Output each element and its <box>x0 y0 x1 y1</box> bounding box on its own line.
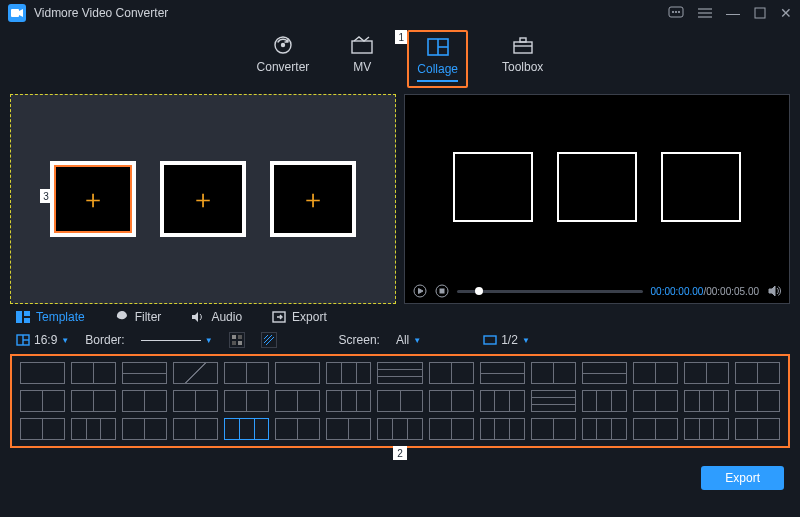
template-item[interactable] <box>531 418 576 440</box>
template-item[interactable] <box>122 362 167 384</box>
template-item[interactable] <box>633 390 678 412</box>
template-item[interactable] <box>173 418 218 440</box>
svg-rect-28 <box>232 335 236 339</box>
template-item[interactable] <box>684 362 729 384</box>
svg-line-33 <box>266 337 274 345</box>
page-select[interactable]: 1/2 ▼ <box>483 333 530 347</box>
tab-filter[interactable]: Filter <box>115 310 162 324</box>
collage-icon <box>427 36 449 58</box>
feedback-icon[interactable] <box>668 6 684 20</box>
template-item[interactable] <box>71 418 116 440</box>
template-item[interactable] <box>20 390 65 412</box>
template-item[interactable] <box>173 390 218 412</box>
border-pattern-button[interactable] <box>261 332 277 348</box>
tab-label: Audio <box>211 310 242 324</box>
page-value: 1/2 <box>501 333 518 347</box>
template-item[interactable] <box>122 390 167 412</box>
template-item[interactable] <box>735 390 780 412</box>
template-item[interactable] <box>582 418 627 440</box>
template-item[interactable] <box>326 390 371 412</box>
template-item[interactable] <box>326 362 371 384</box>
template-item[interactable] <box>275 390 320 412</box>
template-item[interactable] <box>480 418 525 440</box>
player-bar: 00:00:00.00/00:00:05.00 <box>405 279 789 303</box>
add-icon: ＋ <box>190 182 216 217</box>
mode-tab-mv[interactable]: MV <box>343 30 381 88</box>
template-item[interactable] <box>275 362 320 384</box>
window-controls: ― ✕ <box>668 5 792 21</box>
preview-slot <box>661 152 741 222</box>
screen-value: All <box>396 333 409 347</box>
svg-rect-11 <box>352 41 372 53</box>
template-item[interactable] <box>122 418 167 440</box>
template-item[interactable] <box>633 362 678 384</box>
mode-tab-label: MV <box>353 60 371 74</box>
template-item[interactable] <box>684 418 729 440</box>
seek-slider[interactable] <box>457 290 643 293</box>
template-item[interactable] <box>377 418 422 440</box>
play-button[interactable] <box>413 284 427 298</box>
time-display: 00:00:00.00/00:00:05.00 <box>651 286 759 297</box>
svg-rect-0 <box>11 9 19 17</box>
template-item[interactable] <box>582 362 627 384</box>
template-options: 16:9 ▼ Border: ▼ Screen: All ▼ 1/2 ▼ <box>0 328 800 354</box>
menu-icon[interactable] <box>698 7 712 19</box>
template-item[interactable] <box>377 390 422 412</box>
preview-body <box>405 95 789 279</box>
preview-slot <box>557 152 637 222</box>
line-sample <box>141 340 201 341</box>
template-item[interactable] <box>429 390 474 412</box>
close-button[interactable]: ✕ <box>780 5 792 21</box>
volume-icon[interactable] <box>767 284 781 298</box>
template-item[interactable] <box>531 390 576 412</box>
mode-tab-converter[interactable]: Converter <box>249 30 318 88</box>
svg-rect-30 <box>232 341 236 345</box>
template-item[interactable] <box>20 362 65 384</box>
template-item[interactable] <box>71 390 116 412</box>
mode-tab-collage[interactable]: Collage <box>407 30 468 88</box>
template-item[interactable] <box>224 390 269 412</box>
template-item[interactable] <box>71 362 116 384</box>
tab-audio[interactable]: Audio <box>191 310 242 324</box>
template-item[interactable] <box>429 362 474 384</box>
export-button[interactable]: Export <box>701 466 784 490</box>
border-color-button[interactable] <box>229 332 245 348</box>
template-item[interactable] <box>326 418 371 440</box>
minimize-button[interactable]: ― <box>726 5 740 21</box>
collage-slot-1[interactable]: ＋ <box>50 161 136 237</box>
template-item[interactable] <box>531 362 576 384</box>
border-label: Border: <box>85 333 124 347</box>
template-item[interactable] <box>377 362 422 384</box>
template-item[interactable] <box>275 418 320 440</box>
mode-tab-toolbox[interactable]: Toolbox <box>494 30 551 88</box>
template-item[interactable] <box>684 390 729 412</box>
template-item[interactable] <box>582 390 627 412</box>
tab-export[interactable]: Export <box>272 310 327 324</box>
border-style-select[interactable]: ▼ <box>141 336 213 345</box>
svg-rect-29 <box>238 335 242 339</box>
template-item[interactable] <box>224 362 269 384</box>
preview-slot <box>453 152 533 222</box>
maximize-button[interactable] <box>754 7 766 19</box>
tab-template[interactable]: Template <box>16 310 85 324</box>
screen-select[interactable]: All ▼ <box>396 333 421 347</box>
collage-slot-2[interactable]: ＋ <box>160 161 246 237</box>
toolbox-icon <box>512 34 534 56</box>
stop-button[interactable] <box>435 284 449 298</box>
template-item[interactable] <box>633 418 678 440</box>
chevron-down-icon: ▼ <box>205 336 213 345</box>
preview-pane: 00:00:00.00/00:00:05.00 <box>404 94 790 304</box>
template-item[interactable] <box>735 418 780 440</box>
template-item[interactable] <box>429 418 474 440</box>
chevron-down-icon: ▼ <box>61 336 69 345</box>
template-item[interactable] <box>20 418 65 440</box>
mode-tab-label: Toolbox <box>502 60 543 74</box>
add-icon: ＋ <box>80 182 106 217</box>
template-item[interactable] <box>735 362 780 384</box>
collage-slot-3[interactable]: ＋ <box>270 161 356 237</box>
template-item[interactable] <box>480 362 525 384</box>
aspect-ratio-select[interactable]: 16:9 ▼ <box>16 333 69 347</box>
template-item-selected[interactable] <box>224 418 269 440</box>
template-item[interactable] <box>173 362 218 384</box>
template-item[interactable] <box>480 390 525 412</box>
